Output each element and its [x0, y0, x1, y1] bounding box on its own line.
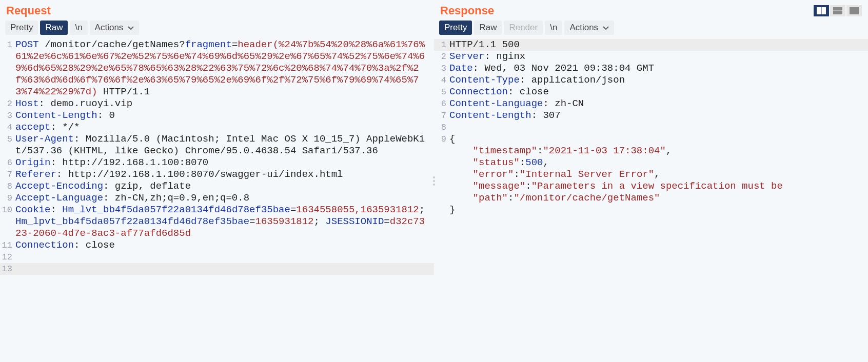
line-content: "timestamp":"2021-11-03 17:38:04", — [449, 145, 868, 157]
code-line[interactable]: 3Content-Length: 0 — [0, 110, 434, 122]
code-line[interactable]: 13 — [0, 263, 434, 275]
line-content — [449, 122, 868, 133]
line-number: 11 — [0, 239, 15, 251]
code-line[interactable]: 12 — [0, 251, 434, 263]
line-content: Cookie: Hm_lvt_bb4f5da057f22a0134fd46d78… — [15, 204, 434, 239]
code-line[interactable]: 9Accept-Language: zh-CN,zh;q=0.9,en;q=0.… — [0, 192, 434, 204]
line-number: 8 — [0, 180, 15, 192]
svg-rect-4 — [850, 7, 859, 14]
line-content: accept: */* — [15, 122, 434, 133]
line-number: 6 — [0, 157, 15, 169]
actions-label: Actions — [95, 23, 124, 32]
line-content: Host: demo.ruoyi.vip — [15, 98, 434, 110]
panel-divider[interactable] — [431, 0, 437, 362]
code-line[interactable]: 5User-Agent: Mozilla/5.0 (Macintosh; Int… — [0, 133, 434, 157]
line-number: 3 — [0, 110, 15, 122]
request-tab-raw[interactable]: Raw — [40, 21, 68, 35]
line-content: Server: nginx — [449, 51, 868, 63]
line-content: Connection: close — [449, 86, 868, 98]
line-number: 4 — [0, 122, 15, 133]
line-content: } — [449, 204, 868, 216]
code-line[interactable]: 6Content-Language: zh-CN — [434, 98, 868, 110]
code-line[interactable]: "error":"Internal Server Error", — [434, 169, 868, 180]
line-content: "status":500, — [449, 157, 868, 169]
request-tab-newline[interactable]: \n — [70, 21, 87, 35]
svg-rect-2 — [833, 7, 842, 10]
code-line[interactable]: 1POST /monitor/cache/getNames?fragment=h… — [0, 39, 434, 98]
request-editor[interactable]: 1POST /monitor/cache/getNames?fragment=h… — [0, 38, 434, 362]
code-line[interactable]: 8 — [434, 122, 868, 133]
line-number: 5 — [0, 133, 15, 157]
response-tab-newline[interactable]: \n — [545, 21, 562, 35]
drag-handle-icon — [433, 176, 435, 186]
line-content: User-Agent: Mozilla/5.0 (Macintosh; Inte… — [15, 133, 434, 157]
line-content: Accept-Language: zh-CN,zh;q=0.9,en;q=0.8 — [15, 192, 434, 204]
code-line[interactable]: 2Server: nginx — [434, 51, 868, 63]
code-line[interactable]: 8Accept-Encoding: gzip, deflate — [0, 180, 434, 192]
response-tab-actions[interactable]: Actions — [564, 21, 614, 35]
code-line[interactable]: "message":"Parameters in a view specific… — [434, 180, 868, 192]
code-line[interactable]: 6Origin: http://192.168.1.100:8070 — [0, 157, 434, 169]
layout-columns-button[interactable] — [814, 5, 829, 16]
line-number: 12 — [0, 251, 15, 263]
code-line[interactable]: 9{ — [434, 133, 868, 145]
request-tab-pretty[interactable]: Pretty — [5, 21, 38, 35]
code-line[interactable]: 7Referer: http://192.168.1.100:8070/swag… — [0, 169, 434, 180]
line-number: 9 — [0, 192, 15, 204]
line-content — [15, 251, 434, 263]
line-number: 2 — [0, 98, 15, 110]
code-line[interactable]: "path":"/monitor/cache/getNames" — [434, 192, 868, 204]
response-header: Response — [434, 0, 868, 21]
svg-rect-1 — [822, 7, 826, 14]
code-line[interactable]: 10Cookie: Hm_lvt_bb4f5da057f22a0134fd46d… — [0, 204, 434, 239]
response-tab-pretty[interactable]: Pretty — [439, 21, 472, 35]
line-content: Referer: http://192.168.1.100:8070/swagg… — [15, 169, 434, 180]
code-line[interactable]: 7Content-Length: 307 — [434, 110, 868, 122]
actions-label: Actions — [569, 23, 598, 32]
line-content: Accept-Encoding: gzip, deflate — [15, 180, 434, 192]
code-line[interactable]: "status":500, — [434, 157, 868, 169]
layout-single-button[interactable] — [846, 5, 862, 16]
line-content: POST /monitor/cache/getNames?fragment=he… — [15, 39, 434, 98]
line-number: 10 — [0, 204, 15, 239]
line-content: "path":"/monitor/cache/getNames" — [449, 192, 868, 204]
response-tab-raw[interactable]: Raw — [474, 21, 502, 35]
line-content: Content-Length: 0 — [15, 110, 434, 122]
code-line[interactable]: "timestamp":"2021-11-03 17:38:04", — [434, 145, 868, 157]
response-toolbar: Pretty Raw Render \n Actions — [434, 21, 868, 38]
code-line[interactable]: 4Content-Type: application/json — [434, 74, 868, 86]
code-line[interactable]: 2Host: demo.ruoyi.vip — [0, 98, 434, 110]
line-content — [15, 263, 434, 275]
request-header: Request — [0, 0, 434, 21]
request-title: Request — [6, 4, 428, 17]
line-content: HTTP/1.1 500 — [449, 39, 868, 51]
layout-rows-button[interactable] — [830, 5, 845, 16]
code-line[interactable]: 1HTTP/1.1 500 — [434, 39, 868, 51]
request-tab-actions[interactable]: Actions — [90, 21, 139, 35]
svg-rect-3 — [833, 11, 842, 14]
code-line[interactable]: 11Connection: close — [0, 239, 434, 251]
response-title: Response — [440, 4, 814, 17]
request-toolbar: Pretty Raw \n Actions — [0, 21, 434, 38]
line-content: Date: Wed, 03 Nov 2021 09:38:04 GMT — [449, 63, 868, 74]
line-content: "error":"Internal Server Error", — [449, 169, 868, 180]
svg-rect-0 — [817, 7, 821, 14]
response-panel: Response Pretty Raw R — [434, 0, 868, 362]
line-number: 7 — [0, 169, 15, 180]
layout-switcher — [814, 5, 862, 16]
response-tab-render[interactable]: Render — [504, 21, 543, 35]
line-number: 13 — [0, 263, 15, 275]
line-content: { — [449, 133, 868, 145]
request-panel: Request Pretty Raw \n Actions 1POST /mon… — [0, 0, 434, 362]
chevron-down-icon — [128, 23, 134, 33]
response-editor[interactable]: 1HTTP/1.1 500 2Server: nginx3Date: Wed, … — [434, 38, 868, 362]
line-content: "message":"Parameters in a view specific… — [449, 180, 868, 192]
code-line[interactable]: } — [434, 204, 868, 216]
code-line[interactable]: 3Date: Wed, 03 Nov 2021 09:38:04 GMT — [434, 63, 868, 74]
line-content: Origin: http://192.168.1.100:8070 — [15, 157, 434, 169]
line-content: Content-Language: zh-CN — [449, 98, 868, 110]
line-content: Content-Length: 307 — [449, 110, 868, 122]
code-line[interactable]: 5Connection: close — [434, 86, 868, 98]
code-line[interactable]: 4accept: */* — [0, 122, 434, 133]
line-content: Content-Type: application/json — [449, 74, 868, 86]
